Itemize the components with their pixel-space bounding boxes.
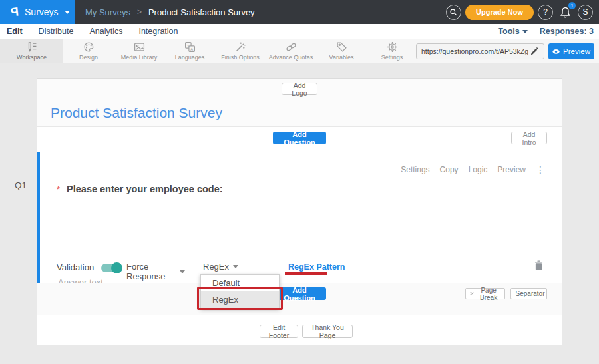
help-button[interactable]: ?	[538, 5, 553, 20]
design-icon	[83, 41, 95, 53]
toolbar-item-design[interactable]: Design	[63, 39, 114, 63]
media-library-icon	[134, 41, 145, 53]
search-button[interactable]	[446, 5, 461, 20]
surveys-menu[interactable]: P Surveys	[0, 0, 75, 24]
questionpro-survey-editor: P Surveys My Surveys > Product Satisfact…	[0, 0, 599, 364]
svg-text:A: A	[190, 47, 193, 51]
tab-edit[interactable]: Edit	[7, 27, 23, 36]
menu-option-regex[interactable]: RegEx	[201, 291, 279, 308]
toolbar-item-languages[interactable]: xA Languages	[164, 39, 215, 63]
card-footer: Edit Footer Thank You Page	[37, 315, 562, 345]
tab-integration[interactable]: Integration	[138, 27, 178, 36]
question-number: Q1	[15, 180, 27, 190]
survey-url-input[interactable]	[417, 47, 528, 55]
survey-url-box	[416, 43, 544, 59]
survey-nav: Edit Distribute Analytics Integration To…	[0, 24, 599, 39]
survey-title[interactable]: Product Satisfaction Survey	[51, 105, 222, 121]
validation-type-value: RegEx	[203, 262, 229, 272]
add-logo-button[interactable]: Add Logo	[282, 83, 317, 95]
pencil-icon	[530, 47, 538, 55]
regex-pattern-link[interactable]: RegEx Pattern	[288, 262, 345, 272]
add-question-button-top[interactable]: Add Question	[273, 132, 326, 144]
toolbar-label: Settings	[381, 54, 403, 61]
tab-distribute[interactable]: Distribute	[39, 27, 74, 36]
toolbar-item-finish-options[interactable]: Finish Options	[215, 39, 266, 63]
variables-icon	[336, 41, 347, 53]
chevron-down-icon	[522, 30, 528, 33]
question-text[interactable]: Please enter your employee code:	[67, 184, 223, 194]
question-settings-link[interactable]: Settings	[401, 165, 429, 174]
preview-label: Preview	[563, 47, 590, 55]
toggle-knob	[111, 262, 122, 273]
separator-label: Separator	[516, 290, 545, 297]
question-text-row: * Please enter your employee code:	[57, 184, 550, 204]
toolbar-item-workspace[interactable]: Workspace	[0, 39, 63, 63]
validation-row: Validation Force Response RegEx RegEx Pa…	[40, 252, 562, 283]
toolbar-item-advance-quotas[interactable]: Advance Quotas	[266, 39, 316, 63]
tools-menu[interactable]: Tools	[498, 27, 527, 36]
breadcrumb-my-surveys[interactable]: My Surveys	[85, 7, 130, 17]
preview-button[interactable]: Preview	[548, 43, 594, 59]
languages-icon: xA	[184, 41, 196, 53]
search-icon	[449, 8, 458, 17]
edit-footer-button[interactable]: Edit Footer	[260, 325, 298, 338]
force-response-dropdown[interactable]: Force Response	[126, 262, 185, 286]
toolbar-label: Variables	[329, 54, 354, 61]
validation-toggle[interactable]	[101, 264, 121, 272]
breadcrumb-separator: >	[137, 7, 142, 17]
toolbar-label: Finish Options	[221, 54, 260, 61]
toolbar-label: Advance Quotas	[269, 54, 313, 61]
toolbar-label: Languages	[175, 54, 205, 61]
survey-header-section: Add Logo Product Satisfaction Survey	[37, 79, 562, 127]
question-actions: Settings Copy Logic Preview ⋮	[401, 164, 545, 175]
edit-url-button[interactable]	[528, 47, 541, 55]
separator-button[interactable]: Separator	[510, 288, 547, 299]
toolbar-label: Design	[79, 54, 98, 61]
top-navbar: P Surveys My Surveys > Product Satisfact…	[0, 0, 599, 24]
tools-label: Tools	[498, 27, 519, 36]
add-question-button-bottom[interactable]: Add Question	[273, 287, 326, 300]
question-block: Settings Copy Logic Preview ⋮ * Please e…	[37, 152, 562, 283]
workspace-icon	[26, 41, 37, 53]
page-break-button[interactable]: Page Break	[465, 288, 505, 299]
toolbar-item-variables[interactable]: Variables	[316, 39, 367, 63]
survey-card: Add Logo Product Satisfaction Survey Add…	[37, 78, 562, 344]
add-intro-button[interactable]: Add Intro	[511, 132, 547, 144]
question-logic-link[interactable]: Logic	[469, 165, 488, 174]
notification-badge: 1	[568, 2, 576, 9]
advance-quotas-icon	[286, 41, 297, 53]
breadcrumb-current-survey: Product Satisfaction Survey	[148, 7, 255, 17]
delete-question-button[interactable]	[534, 260, 543, 273]
product-label: Surveys	[25, 7, 59, 17]
tab-analytics[interactable]: Analytics	[89, 27, 122, 36]
notifications-button[interactable]: 1	[557, 4, 574, 21]
survey-nav-right: Tools Responses: 3	[498, 27, 594, 36]
page-break-label: Page Break	[477, 287, 500, 301]
required-asterisk: *	[57, 184, 60, 194]
question-preview-link[interactable]: Preview	[497, 165, 526, 174]
settings-icon	[387, 41, 398, 53]
page-break-icon	[470, 291, 474, 297]
force-response-value: Force Response	[126, 262, 180, 281]
validation-type-menu: Default RegEx	[200, 274, 280, 309]
trash-icon	[534, 260, 543, 270]
survey-nav-tabs: Edit Distribute Analytics Integration	[0, 27, 178, 36]
toolbar-item-media-library[interactable]: Media Library	[114, 39, 164, 63]
toolbar-item-settings[interactable]: Settings	[367, 39, 417, 63]
toolbar-label: Media Library	[121, 54, 158, 61]
menu-option-default[interactable]: Default	[201, 275, 279, 291]
more-options-icon[interactable]: ⋮	[536, 164, 545, 175]
chevron-down-icon	[65, 11, 70, 14]
question-copy-link[interactable]: Copy	[440, 165, 459, 174]
chevron-down-icon	[180, 270, 185, 273]
chevron-down-icon	[233, 265, 238, 268]
upgrade-now-button[interactable]: Upgrade Now	[465, 5, 534, 20]
eye-icon	[552, 49, 560, 55]
topbar-actions: Upgrade Now ? 1 S	[446, 0, 593, 24]
thank-you-page-button[interactable]: Thank You Page	[302, 325, 353, 338]
svg-text:x: x	[187, 44, 189, 48]
responses-link[interactable]: Responses: 3	[540, 27, 594, 36]
avatar[interactable]: S	[578, 5, 593, 20]
validation-label: Validation	[57, 262, 94, 272]
toolbar-label: Workspace	[17, 54, 47, 61]
